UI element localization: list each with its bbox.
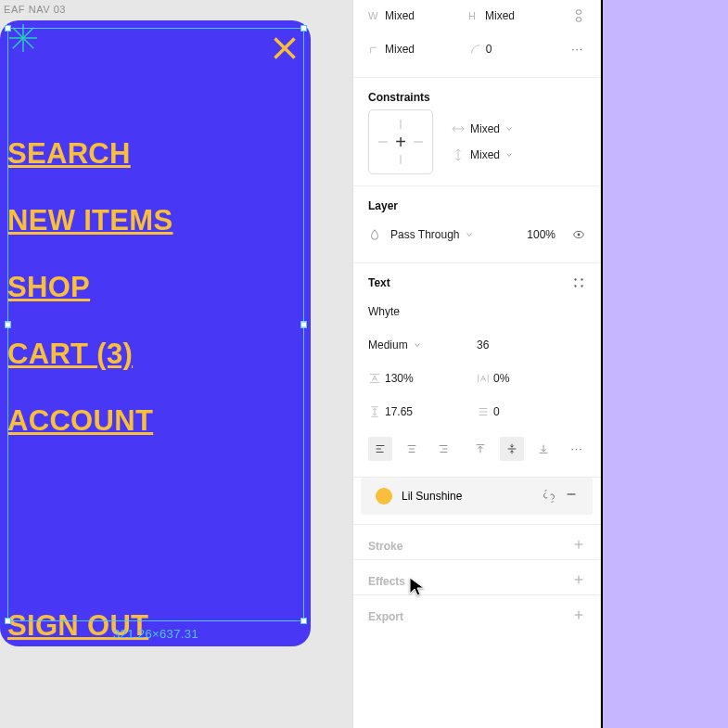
canvas-frame[interactable]: SEARCH NEW ITEMS SHOP CART (3) ACCOUNT S… bbox=[0, 20, 311, 646]
constrain-proportions-icon[interactable] bbox=[572, 9, 585, 22]
add-effects-icon[interactable] bbox=[572, 573, 585, 589]
constraints-widget[interactable]: + bbox=[368, 109, 433, 174]
constraint-vertical-select[interactable]: Mixed bbox=[452, 148, 513, 161]
remove-fill-icon[interactable] bbox=[565, 488, 578, 504]
frame-label: EAF NAV 03 bbox=[4, 4, 66, 15]
visibility-icon[interactable] bbox=[572, 228, 585, 241]
blend-mode-value: Pass Through bbox=[390, 228, 460, 241]
letter-spacing-icon bbox=[477, 372, 493, 385]
text-align-right-button[interactable] bbox=[431, 437, 455, 461]
height-value[interactable]: Mixed bbox=[485, 9, 568, 22]
svg-point-14 bbox=[574, 285, 576, 287]
canvas[interactable]: EAF NAV 03 SEARCH NEW ITEMS SHOP CART (3… bbox=[0, 0, 352, 728]
constraint-v-value: Mixed bbox=[470, 148, 500, 161]
right-strip bbox=[601, 0, 728, 728]
svg-rect-7 bbox=[576, 18, 581, 21]
mouse-cursor-icon bbox=[408, 577, 427, 597]
letter-spacing-input[interactable]: 0% bbox=[493, 372, 585, 385]
selection-outline[interactable]: 321.26×637.31 bbox=[7, 28, 304, 621]
text-section-title: Text bbox=[368, 276, 390, 289]
svg-point-11 bbox=[578, 234, 581, 236]
paragraph-spacing-icon bbox=[368, 405, 385, 418]
inspector-panel: W Mixed H Mixed Mixed bbox=[352, 0, 601, 728]
width-value[interactable]: Mixed bbox=[385, 9, 468, 22]
resize-handle-r[interactable] bbox=[300, 322, 307, 328]
svg-point-15 bbox=[581, 285, 582, 287]
rotate-icon bbox=[368, 43, 385, 56]
font-size-input[interactable]: 36 bbox=[477, 338, 489, 351]
svg-point-12 bbox=[574, 278, 576, 280]
paragraph-spacing-input[interactable]: 17.65 bbox=[385, 405, 477, 418]
corner-radius-value[interactable]: 0 bbox=[486, 43, 570, 56]
text-valign-bottom-button[interactable] bbox=[531, 437, 556, 461]
list-spacing-icon bbox=[477, 405, 493, 418]
font-family-select[interactable]: Whyte bbox=[368, 305, 585, 318]
fill-style-name: Lil Sunshine bbox=[402, 490, 462, 503]
add-export-icon[interactable] bbox=[572, 608, 585, 624]
resize-handle-bl[interactable] bbox=[5, 618, 11, 624]
effects-title: Effects bbox=[368, 575, 405, 588]
text-align-center-button[interactable] bbox=[400, 437, 424, 461]
line-height-input[interactable]: 130% bbox=[385, 372, 477, 385]
resize-handle-tl[interactable] bbox=[5, 25, 11, 32]
svg-line-43 bbox=[552, 501, 554, 503]
text-align-left-button[interactable] bbox=[368, 437, 392, 461]
resize-handle-tr[interactable] bbox=[300, 25, 307, 32]
width-label: W bbox=[368, 10, 385, 21]
fill-swatch-icon[interactable] bbox=[376, 488, 392, 504]
list-spacing-input[interactable]: 0 bbox=[493, 405, 585, 418]
more-options-icon[interactable]: ··· bbox=[569, 43, 585, 56]
resize-handle-br[interactable] bbox=[300, 618, 307, 624]
export-title: Export bbox=[368, 610, 403, 623]
svg-line-42 bbox=[545, 490, 547, 492]
text-valign-middle-button[interactable] bbox=[500, 437, 524, 461]
svg-point-13 bbox=[581, 278, 582, 280]
text-more-icon[interactable]: ··· bbox=[568, 442, 585, 455]
layer-title: Layer bbox=[353, 186, 600, 218]
blend-mode-select[interactable]: Pass Through bbox=[390, 228, 517, 241]
constraints-title: Constraints bbox=[353, 78, 600, 109]
font-weight-select[interactable]: Medium bbox=[368, 338, 477, 351]
svg-rect-6 bbox=[576, 10, 581, 14]
text-style-icon[interactable] bbox=[572, 276, 585, 289]
rotation-value[interactable]: Mixed bbox=[385, 43, 469, 56]
line-height-icon bbox=[368, 372, 385, 385]
add-stroke-icon[interactable] bbox=[572, 538, 585, 554]
constraint-h-value: Mixed bbox=[470, 122, 500, 135]
selection-dimensions: 321.26×637.31 bbox=[113, 627, 198, 641]
text-valign-top-button[interactable] bbox=[468, 437, 492, 461]
height-label: H bbox=[468, 10, 485, 21]
fill-style-row[interactable]: Lil Sunshine bbox=[361, 478, 593, 515]
detach-style-icon[interactable] bbox=[543, 490, 556, 503]
corner-radius-icon bbox=[469, 43, 486, 56]
blend-mode-icon bbox=[368, 228, 381, 241]
constraint-horizontal-select[interactable]: Mixed bbox=[452, 122, 513, 135]
font-weight-value: Medium bbox=[368, 338, 408, 351]
resize-handle-l[interactable] bbox=[5, 322, 11, 328]
opacity-value[interactable]: 100% bbox=[527, 228, 556, 241]
stroke-title: Stroke bbox=[368, 540, 402, 553]
